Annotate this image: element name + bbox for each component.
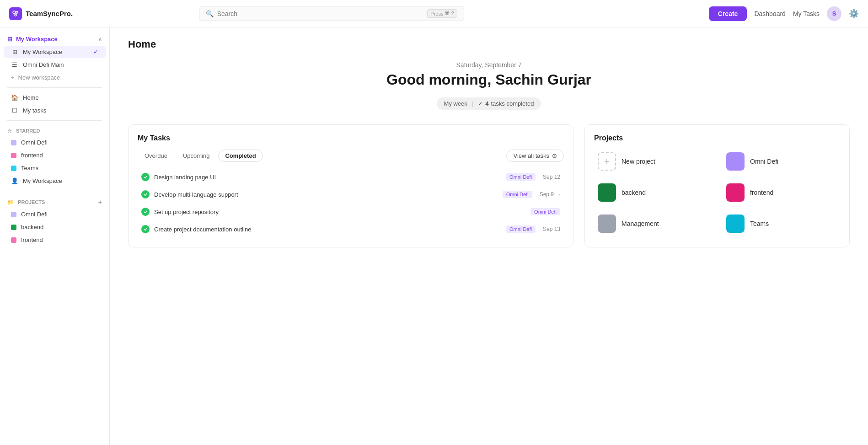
settings-icon[interactable]: ⚙️ — [849, 9, 859, 19]
tasks-count: 4 — [485, 100, 488, 107]
week-label: My week — [444, 100, 467, 107]
project-color — [726, 214, 745, 233]
hero-greeting: Good morning, Sachin Gurjar — [128, 71, 850, 88]
project-color — [726, 152, 745, 171]
layout: ⊞ My Workspace ∧ ⊞ My Workspace ✓ ☰ Omni… — [0, 27, 868, 445]
search-shortcut: Press ⌘ ? — [427, 9, 457, 18]
project-item-new[interactable]: + New project — [594, 150, 712, 173]
tasks-header: Overdue Upcoming Completed View all task… — [138, 150, 564, 162]
view-all-button[interactable]: View all tasks ⊙ — [506, 150, 564, 162]
task-expand-icon[interactable]: › — [558, 191, 560, 198]
sidebar-item-home[interactable]: 🏠 Home — [4, 91, 106, 104]
grid-icon: ⊞ — [11, 48, 18, 55]
task-date: Sep 9 — [540, 191, 554, 198]
starred-item-frontend[interactable]: frontend — [4, 149, 106, 161]
search-bar[interactable]: 🔍 Press ⌘ ? — [199, 6, 464, 21]
task-date: Sep 12 — [543, 174, 560, 180]
create-button[interactable]: Create — [709, 6, 747, 21]
project-item-frontend[interactable]: frontend — [4, 234, 106, 246]
task-item[interactable]: Create project documentation outline Omn… — [138, 220, 564, 238]
home-icon: 🏠 — [11, 94, 18, 101]
task-check-icon — [141, 225, 150, 233]
check-icon: ✓ — [478, 100, 483, 107]
task-tag: Omni Defi — [503, 191, 532, 198]
project-item-frontend[interactable]: frontend — [723, 181, 840, 204]
logo-icon — [9, 7, 22, 20]
projects-section-header: 📁 Projects + — [0, 195, 109, 208]
task-name: Create project documentation outline — [154, 226, 501, 233]
color-dot — [11, 140, 16, 145]
task-item[interactable]: Design landing page UI Omni Defi Sep 12 — [138, 168, 564, 186]
tab-overdue[interactable]: Overdue — [138, 150, 174, 162]
project-name: New project — [622, 158, 655, 165]
avatar[interactable]: S — [827, 6, 841, 21]
workspace-title: My Workspace — [16, 36, 58, 43]
tab-completed[interactable]: Completed — [218, 150, 263, 162]
svg-point-1 — [16, 11, 18, 13]
project-item-teams[interactable]: Teams — [723, 212, 840, 236]
starred-item-teams[interactable]: Teams — [4, 162, 106, 174]
sidebar-item-my-tasks[interactable]: ☐ My tasks — [4, 104, 106, 117]
project-item-omni-defi[interactable]: Omni Defi — [723, 150, 840, 173]
color-dot — [11, 166, 16, 171]
starred-label: ☆ Starred — [7, 128, 40, 134]
projects-folder-icon: 📁 — [7, 199, 14, 205]
divider-2 — [7, 120, 102, 121]
project-item-backend[interactable]: backend — [4, 221, 106, 233]
cards-row: My Tasks Overdue Upcoming Completed View… — [128, 124, 850, 247]
divider-1 — [7, 87, 102, 88]
task-item[interactable]: Develop multi-language support Omni Defi… — [138, 186, 564, 203]
my-tasks-title: My Tasks — [138, 134, 564, 142]
star-icon: ☆ — [7, 128, 12, 134]
topnav: TeamSyncPro. 🔍 Press ⌘ ? Create Dashboar… — [0, 0, 868, 27]
svg-point-0 — [13, 11, 16, 14]
task-check-icon — [141, 208, 150, 216]
page-title: Home — [128, 38, 850, 50]
task-check-icon — [141, 190, 150, 198]
add-project-icon[interactable]: + — [98, 198, 102, 206]
project-name: backend — [622, 189, 646, 196]
project-name: Teams — [750, 220, 769, 227]
sidebar-item-my-workspace[interactable]: ⊞ My Workspace ✓ — [4, 46, 106, 58]
starred-section: ☆ Starred — [0, 124, 109, 136]
project-item-backend[interactable]: backend — [594, 181, 712, 204]
starred-item-omni-defi[interactable]: Omni Defi — [4, 136, 106, 149]
task-tag: Omni Defi — [530, 208, 560, 215]
divider-3 — [7, 191, 102, 191]
hero-date: Saturday, September 7 — [128, 61, 850, 69]
sidebar: ⊞ My Workspace ∧ ⊞ My Workspace ✓ ☰ Omni… — [0, 27, 110, 445]
projects-label: 📁 Projects — [7, 199, 45, 205]
task-name: Design landing page UI — [154, 174, 501, 181]
svg-line-3 — [14, 14, 16, 14]
tab-upcoming[interactable]: Upcoming — [176, 150, 217, 162]
list-icon: ☰ — [11, 61, 18, 68]
sidebar-item-omni-defi-main[interactable]: ☰ Omni Defi Main — [4, 59, 106, 71]
search-input[interactable] — [217, 10, 424, 17]
active-check: ✓ — [93, 48, 98, 55]
person-icon: 👤 — [11, 177, 18, 184]
circle-arrow-icon: ⊙ — [552, 152, 557, 159]
divider: | — [472, 100, 473, 107]
color-dot — [11, 225, 16, 230]
app-name: TeamSyncPro. — [26, 10, 73, 17]
task-item[interactable]: Set up project repository Omni Defi — [138, 203, 564, 220]
dashboard-link[interactable]: Dashboard — [754, 10, 786, 17]
plus-icon: + — [11, 74, 15, 81]
project-color — [598, 183, 616, 202]
project-item-management[interactable]: Management — [594, 212, 712, 236]
workspace-header[interactable]: ⊞ My Workspace ∧ — [0, 33, 109, 45]
new-workspace-item[interactable]: + New workspace — [4, 71, 106, 84]
project-color — [598, 214, 616, 233]
starred-item-my-workspace[interactable]: 👤 My Workspace — [4, 175, 106, 187]
nav-actions: Create Dashboard My Tasks S ⚙️ — [709, 6, 859, 21]
task-tabs: Overdue Upcoming Completed — [138, 150, 263, 162]
svg-point-2 — [15, 14, 16, 16]
my-tasks-link[interactable]: My Tasks — [793, 10, 820, 17]
task-list: Design landing page UI Omni Defi Sep 12 … — [138, 168, 564, 238]
task-name: Develop multi-language support — [154, 191, 498, 198]
logo: TeamSyncPro. — [9, 7, 73, 20]
task-check-icon — [141, 173, 150, 181]
project-item-omni-defi[interactable]: Omni Defi — [4, 208, 106, 220]
project-name: Omni Defi — [750, 158, 778, 165]
tasks-completed: ✓ 4 tasks completed — [478, 100, 534, 107]
